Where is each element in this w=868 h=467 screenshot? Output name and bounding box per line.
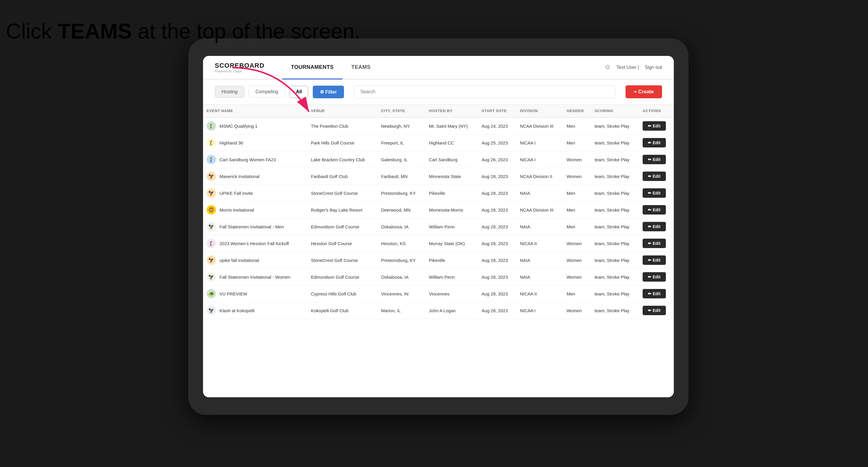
city-state-cell: Galesburg, IL [377,151,426,168]
event-name-label: 2023 Women's Hesston Fall Kickoff [219,241,289,246]
edit-button[interactable]: ✏ Edit [643,306,665,315]
venue-cell: Faribault Golf Club [308,168,377,185]
event-icon: 🦅 [207,222,216,231]
col-city--state: CITY, STATE [377,104,426,117]
edit-button[interactable]: ✏ Edit [643,155,665,164]
venue-cell: Lake Bracken Country Club [308,151,377,168]
scoring-cell: team, Stroke Play [591,252,640,269]
city-state-cell: Hesston, KS [377,235,426,252]
col-hosted-by: HOSTED BY [426,104,478,117]
nav-links: TOURNAMENTS TEAMS [282,56,604,79]
all-filter-button[interactable]: All [289,86,308,98]
division-cell: NICAA I [517,151,563,168]
gender-cell: Women [563,302,591,319]
division-cell: NICAA I [517,302,563,319]
event-name-cell: 🦁Morris Invitational [203,201,308,218]
city-state-cell: Freeport, IL [377,134,426,151]
nav-teams[interactable]: TEAMS [342,56,379,80]
city-state-cell: Newburgh, NY [377,117,426,134]
event-icon: 🦅 [207,188,216,198]
hosted-by-cell: Pikeville [426,185,478,201]
hosted-by-cell: Carl Sandburg [426,151,478,168]
search-input[interactable] [354,85,616,98]
actions-cell: ✏ Edit [639,168,674,185]
hosted-by-cell: Pikeville [426,252,478,269]
hosted-by-cell: Mt. Saint Mary (NY) [426,117,478,134]
table-container[interactable]: EVENT NAMEVENUECITY, STATEHOSTED BYSTART… [203,104,674,397]
gender-cell: Women [563,252,591,269]
gender-cell: Women [563,168,591,185]
table-row: 🏌️2023 Women's Hesston Fall KickoffHesst… [203,235,674,252]
start-date-cell: Aug 26, 2023 [478,151,517,168]
edit-button[interactable]: ✏ Edit [643,188,665,198]
start-date-cell: Aug 28, 2023 [478,168,517,185]
division-cell: NAIA [517,269,563,285]
scoring-cell: team, Stroke Play [591,151,640,168]
hosted-by-cell: John A Logan [426,302,478,319]
event-icon: 🏌️ [207,121,216,131]
actions-cell: ✏ Edit [639,252,674,269]
nav-right: ⚙ Test User | Sign out [604,64,662,71]
division-cell: NAIA [517,218,563,235]
scoring-cell: team, Stroke Play [591,117,640,134]
scoring-cell: team, Stroke Play [591,302,640,319]
hosting-filter-button[interactable]: Hosting [215,86,244,98]
edit-button[interactable]: ✏ Edit [643,121,665,131]
scoring-cell: team, Stroke Play [591,218,640,235]
city-state-cell: Faribault, MN [377,168,426,185]
event-icon: 🏌️ [207,138,216,148]
logo-title: SCOREBOARD [215,62,265,69]
col-scoring: SCORING [591,104,640,117]
edit-button[interactable]: ✏ Edit [643,255,665,265]
table-row: 🏌️Highland 36Park Hills Golf CourseFreep… [203,134,674,151]
competing-filter-button[interactable]: Competing [249,86,285,98]
division-cell: NCAA Division III [517,201,563,218]
venue-cell: Cypress Hills Golf Club [308,285,377,302]
venue-cell: Edmundson Golf Course [308,269,377,285]
col-start-date: START DATE [478,104,517,117]
sign-out-link[interactable]: Sign out [645,65,662,70]
city-state-cell: Marion, IL [377,302,426,319]
col-actions: ACTIONS [639,104,674,117]
edit-button[interactable]: ✏ Edit [643,138,665,148]
start-date-cell: Aug 28, 2023 [478,218,517,235]
actions-cell: ✏ Edit [639,285,674,302]
actions-cell: ✏ Edit [639,302,674,319]
nav-tournaments[interactable]: TOURNAMENTS [282,56,342,80]
actions-cell: ✏ Edit [639,185,674,201]
gender-cell: Men [563,117,591,134]
venue-cell: StoneCrest Golf Course [308,185,377,201]
logo-subtitle: Powered by Clippit [215,69,265,73]
city-state-cell: Oskaloosa, IA [377,218,426,235]
edit-button[interactable]: ✏ Edit [643,205,665,215]
table-row: 🦅Fall Statesmen Invitational - WomenEdmu… [203,269,674,285]
event-icon: 🦅 [207,255,216,265]
event-name-label: UPIKE Fall Invite [219,191,253,196]
event-name-label: Carl Sandburg Women FA23 [219,157,276,162]
start-date-cell: Aug 28, 2023 [478,185,517,201]
start-date-cell: Aug 28, 2023 [478,302,517,319]
edit-button[interactable]: ✏ Edit [643,239,665,248]
edit-button[interactable]: ✏ Edit [643,289,665,299]
logo-area: SCOREBOARD Powered by Clippit [215,62,265,73]
gender-cell: Men [563,285,591,302]
gender-cell: Men [563,201,591,218]
event-name-cell: 🦅Maverick Invitational [203,168,308,185]
scoring-cell: team, Stroke Play [591,235,640,252]
venue-cell: StoneCrest Golf Course [308,252,377,269]
edit-button[interactable]: ✏ Edit [643,172,665,181]
gender-cell: Men [563,134,591,151]
edit-button[interactable]: ✏ Edit [643,272,665,282]
event-name-cell: 🐢VU PREVIEW [203,285,308,302]
city-state-cell: Prestonsburg, KY [377,185,426,201]
edit-button[interactable]: ✏ Edit [643,222,665,231]
filter-button[interactable]: ⚙ Filter [313,86,344,98]
city-state-cell: Prestonsburg, KY [377,252,426,269]
create-button[interactable]: + Create [625,85,662,98]
actions-cell: ✏ Edit [639,235,674,252]
gear-icon[interactable]: ⚙ [604,64,611,71]
col-division: DIVISION [517,104,563,117]
event-icon: 🦅 [207,272,216,282]
gender-cell: Men [563,218,591,235]
venue-cell: Hesston Golf Course [308,235,377,252]
